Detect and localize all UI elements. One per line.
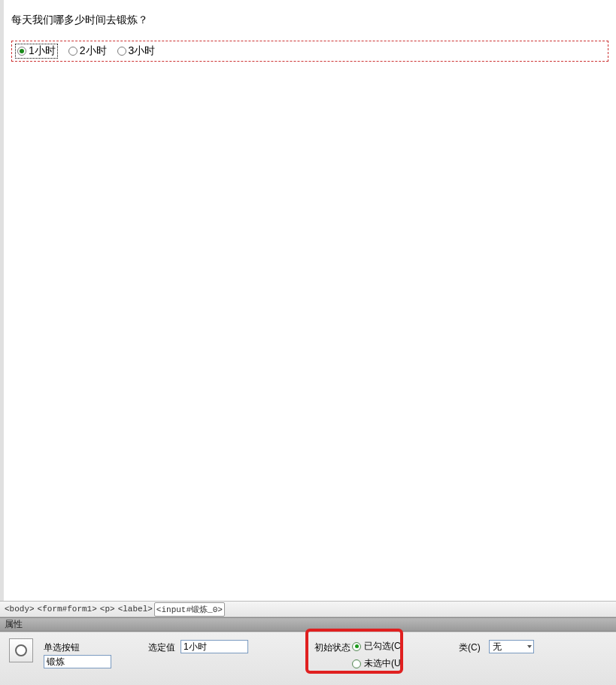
radio-icon [15,644,27,656]
element-name-input[interactable] [44,655,111,668]
selected-value-label: 选定值 [148,641,175,654]
radio-circle-icon [17,47,26,56]
radio-circle-icon [68,47,77,56]
initial-state-label: 初始状态 [314,641,350,654]
radio-icon [352,659,361,668]
radio-option-2[interactable]: 2小时 [68,44,107,58]
radio-icon [352,642,361,651]
radio-option-label: 1小时 [29,44,56,58]
breadcrumb-label[interactable]: <label> [117,604,154,614]
radio-circle-icon [117,47,126,56]
selected-value-input[interactable] [181,640,248,653]
radio-options-container[interactable]: 1小时 2小时 3小时 [11,41,608,62]
element-type-icon [9,638,33,662]
initial-state-radio-group: 已勾选(C) 未选中(U) [352,640,404,674]
properties-panel-title: 属性 [5,618,23,631]
class-select[interactable]: 无 [489,640,534,653]
breadcrumb-body[interactable]: <body> [3,604,36,614]
design-canvas[interactable]: 每天我们哪多少时间去锻炼？ 1小时 2小时 3小时 [0,0,616,601]
breadcrumb-p[interactable]: <p> [99,604,117,614]
radio-option-1[interactable]: 1小时 [15,44,58,59]
radio-option-3[interactable]: 3小时 [117,44,156,58]
breadcrumb-input[interactable]: <input#锻炼_0> [154,602,225,617]
state-checked-option[interactable]: 已勾选(C) [352,640,404,653]
class-label: 类(C) [459,641,481,654]
question-text: 每天我们哪多少时间去锻炼？ [4,0,616,27]
element-type-label: 单选按钮 [44,641,80,654]
radio-option-label: 2小时 [80,44,107,58]
state-option-label: 未选中(U) [364,657,404,670]
properties-panel-header[interactable]: 属性 [0,617,616,632]
radio-option-label: 3小时 [129,44,156,58]
class-select-value: 无 [493,641,502,653]
properties-panel: 单选按钮 选定值 初始状态 已勾选(C) 未选中(U) 类(C) 无 [0,632,616,685]
state-unchecked-option[interactable]: 未选中(U) [352,657,404,670]
tag-selector-bar: <body> <form#form1> <p> <label> <input#锻… [0,601,616,617]
breadcrumb-form[interactable]: <form#form1> [36,604,99,614]
state-option-label: 已勾选(C) [364,640,404,653]
chevron-down-icon [527,645,532,648]
